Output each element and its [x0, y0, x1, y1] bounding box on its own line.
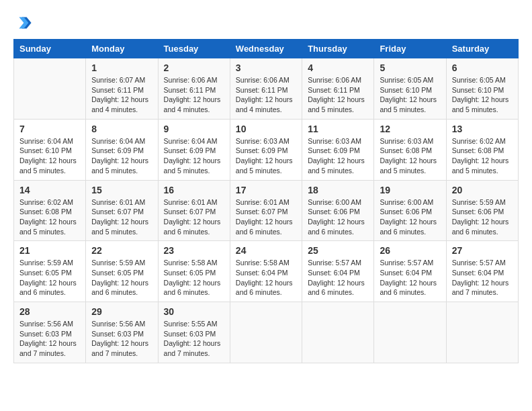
- day-info: Sunrise: 5:57 AMSunset: 6:04 PMDaylight:…: [380, 258, 440, 298]
- calendar-day-cell: 27Sunrise: 5:57 AMSunset: 6:04 PMDayligh…: [446, 241, 518, 302]
- day-info: Sunrise: 6:04 AMSunset: 6:09 PMDaylight:…: [164, 136, 224, 176]
- day-number: 5: [380, 62, 440, 73]
- day-number: 8: [91, 124, 152, 134]
- calendar-day-cell: 18Sunrise: 6:00 AMSunset: 6:06 PMDayligh…: [302, 180, 374, 241]
- day-of-week-header: Friday: [374, 40, 446, 58]
- day-number: 21: [19, 245, 80, 256]
- day-info: Sunrise: 5:57 AMSunset: 6:04 PMDaylight:…: [452, 258, 513, 298]
- calendar-day-cell: 13Sunrise: 6:02 AMSunset: 6:08 PMDayligh…: [446, 119, 518, 180]
- calendar-day-cell: 20Sunrise: 5:59 AMSunset: 6:06 PMDayligh…: [446, 180, 518, 241]
- day-info: Sunrise: 5:58 AMSunset: 6:04 PMDaylight:…: [236, 258, 296, 298]
- day-info: Sunrise: 6:06 AMSunset: 6:11 PMDaylight:…: [308, 75, 368, 115]
- day-number: 1: [91, 62, 152, 73]
- day-number: 4: [308, 62, 368, 73]
- day-number: 30: [164, 306, 224, 317]
- day-number: 28: [19, 306, 80, 317]
- calendar-day-cell: 2Sunrise: 6:06 AMSunset: 6:11 PMDaylight…: [158, 58, 230, 120]
- page-header: [13, 13, 519, 32]
- calendar-day-cell: 16Sunrise: 6:01 AMSunset: 6:07 PMDayligh…: [158, 180, 230, 241]
- day-of-week-header: Monday: [86, 40, 158, 58]
- day-info: Sunrise: 6:01 AMSunset: 6:07 PMDaylight:…: [236, 197, 296, 237]
- calendar-day-cell: 26Sunrise: 5:57 AMSunset: 6:04 PMDayligh…: [374, 241, 446, 302]
- calendar-day-cell: 17Sunrise: 6:01 AMSunset: 6:07 PMDayligh…: [230, 180, 302, 241]
- day-number: 2: [164, 62, 224, 73]
- day-info: Sunrise: 6:04 AMSunset: 6:09 PMDaylight:…: [91, 136, 152, 176]
- calendar-day-cell: [14, 58, 86, 120]
- calendar-day-cell: 21Sunrise: 5:59 AMSunset: 6:05 PMDayligh…: [14, 241, 86, 302]
- calendar-day-cell: 8Sunrise: 6:04 AMSunset: 6:09 PMDaylight…: [86, 119, 158, 180]
- day-number: 7: [19, 124, 80, 134]
- day-number: 26: [380, 245, 440, 256]
- calendar-day-cell: 9Sunrise: 6:04 AMSunset: 6:09 PMDaylight…: [158, 119, 230, 180]
- day-info: Sunrise: 5:57 AMSunset: 6:04 PMDaylight:…: [308, 258, 368, 298]
- day-info: Sunrise: 6:06 AMSunset: 6:11 PMDaylight:…: [236, 75, 296, 115]
- day-info: Sunrise: 6:00 AMSunset: 6:06 PMDaylight:…: [380, 197, 440, 237]
- day-number: 6: [452, 62, 513, 73]
- day-number: 16: [164, 185, 224, 195]
- calendar-table: SundayMondayTuesdayWednesdayThursdayFrid…: [13, 39, 519, 363]
- day-info: Sunrise: 6:02 AMSunset: 6:08 PMDaylight:…: [452, 136, 513, 176]
- calendar-day-cell: 25Sunrise: 5:57 AMSunset: 6:04 PMDayligh…: [302, 241, 374, 302]
- calendar-week-row: 28Sunrise: 5:56 AMSunset: 6:03 PMDayligh…: [14, 302, 519, 363]
- day-info: Sunrise: 6:06 AMSunset: 6:11 PMDaylight:…: [164, 75, 224, 115]
- day-info: Sunrise: 5:59 AMSunset: 6:05 PMDaylight:…: [91, 258, 152, 298]
- calendar-week-row: 1Sunrise: 6:07 AMSunset: 6:11 PMDaylight…: [14, 58, 519, 120]
- day-number: 13: [452, 124, 513, 134]
- calendar-day-cell: 6Sunrise: 6:05 AMSunset: 6:10 PMDaylight…: [446, 58, 518, 120]
- day-info: Sunrise: 5:59 AMSunset: 6:05 PMDaylight:…: [19, 258, 80, 298]
- calendar-header-row: SundayMondayTuesdayWednesdayThursdayFrid…: [14, 40, 519, 58]
- day-info: Sunrise: 5:56 AMSunset: 6:03 PMDaylight:…: [91, 319, 152, 359]
- calendar-day-cell: 22Sunrise: 5:59 AMSunset: 6:05 PMDayligh…: [86, 241, 158, 302]
- calendar-day-cell: 23Sunrise: 5:58 AMSunset: 6:05 PMDayligh…: [158, 241, 230, 302]
- calendar-day-cell: [446, 302, 518, 363]
- day-info: Sunrise: 6:03 AMSunset: 6:09 PMDaylight:…: [236, 136, 296, 176]
- calendar-day-cell: 28Sunrise: 5:56 AMSunset: 6:03 PMDayligh…: [14, 302, 86, 363]
- day-number: 19: [380, 185, 440, 195]
- calendar-day-cell: 24Sunrise: 5:58 AMSunset: 6:04 PMDayligh…: [230, 241, 302, 302]
- day-of-week-header: Tuesday: [158, 40, 230, 58]
- calendar-day-cell: 29Sunrise: 5:56 AMSunset: 6:03 PMDayligh…: [86, 302, 158, 363]
- calendar-day-cell: [302, 302, 374, 363]
- day-number: 25: [308, 245, 368, 256]
- day-of-week-header: Saturday: [446, 40, 518, 58]
- day-info: Sunrise: 5:56 AMSunset: 6:03 PMDaylight:…: [19, 319, 80, 359]
- day-number: 20: [452, 185, 513, 195]
- day-of-week-header: Thursday: [302, 40, 374, 58]
- day-number: 9: [164, 124, 224, 134]
- calendar-day-cell: 15Sunrise: 6:01 AMSunset: 6:07 PMDayligh…: [86, 180, 158, 241]
- day-info: Sunrise: 6:03 AMSunset: 6:08 PMDaylight:…: [380, 136, 440, 176]
- logo: [13, 13, 35, 32]
- day-number: 27: [452, 245, 513, 256]
- calendar-day-cell: 5Sunrise: 6:05 AMSunset: 6:10 PMDaylight…: [374, 58, 446, 120]
- day-number: 23: [164, 245, 224, 256]
- day-of-week-header: Sunday: [14, 40, 86, 58]
- day-info: Sunrise: 6:04 AMSunset: 6:10 PMDaylight:…: [19, 136, 80, 176]
- calendar-week-row: 7Sunrise: 6:04 AMSunset: 6:10 PMDaylight…: [14, 119, 519, 180]
- day-number: 3: [236, 62, 296, 73]
- day-info: Sunrise: 6:05 AMSunset: 6:10 PMDaylight:…: [380, 75, 440, 115]
- day-info: Sunrise: 6:05 AMSunset: 6:10 PMDaylight:…: [452, 75, 513, 115]
- day-number: 10: [236, 124, 296, 134]
- day-of-week-header: Wednesday: [230, 40, 302, 58]
- calendar-day-cell: 3Sunrise: 6:06 AMSunset: 6:11 PMDaylight…: [230, 58, 302, 120]
- day-info: Sunrise: 6:07 AMSunset: 6:11 PMDaylight:…: [91, 75, 152, 115]
- calendar-day-cell: 4Sunrise: 6:06 AMSunset: 6:11 PMDaylight…: [302, 58, 374, 120]
- calendar-day-cell: 14Sunrise: 6:02 AMSunset: 6:08 PMDayligh…: [14, 180, 86, 241]
- day-number: 11: [308, 124, 368, 134]
- day-info: Sunrise: 5:55 AMSunset: 6:03 PMDaylight:…: [164, 319, 224, 359]
- day-number: 17: [236, 185, 296, 195]
- day-number: 14: [19, 185, 80, 195]
- day-info: Sunrise: 5:58 AMSunset: 6:05 PMDaylight:…: [164, 258, 224, 298]
- day-info: Sunrise: 6:01 AMSunset: 6:07 PMDaylight:…: [91, 197, 152, 237]
- calendar-day-cell: [374, 302, 446, 363]
- logo-icon: [13, 13, 32, 32]
- calendar-day-cell: 10Sunrise: 6:03 AMSunset: 6:09 PMDayligh…: [230, 119, 302, 180]
- calendar-day-cell: 19Sunrise: 6:00 AMSunset: 6:06 PMDayligh…: [374, 180, 446, 241]
- calendar-day-cell: 1Sunrise: 6:07 AMSunset: 6:11 PMDaylight…: [86, 58, 158, 120]
- calendar-day-cell: 7Sunrise: 6:04 AMSunset: 6:10 PMDaylight…: [14, 119, 86, 180]
- calendar-day-cell: 11Sunrise: 6:03 AMSunset: 6:09 PMDayligh…: [302, 119, 374, 180]
- day-number: 24: [236, 245, 296, 256]
- day-info: Sunrise: 6:03 AMSunset: 6:09 PMDaylight:…: [308, 136, 368, 176]
- day-number: 22: [91, 245, 152, 256]
- day-info: Sunrise: 5:59 AMSunset: 6:06 PMDaylight:…: [452, 197, 513, 237]
